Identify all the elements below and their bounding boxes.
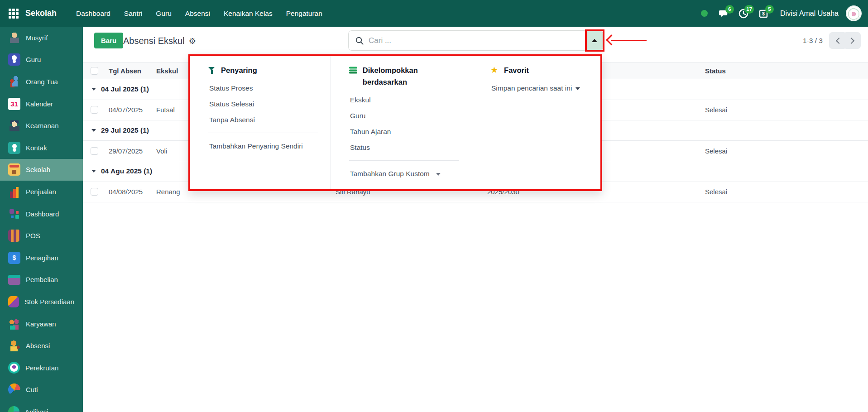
- page-title: Absensi Ekskul: [123, 36, 185, 46]
- divider: [349, 160, 459, 161]
- groupby-guru[interactable]: Guru: [349, 108, 464, 124]
- pos-icon: [8, 230, 20, 242]
- sidebar-item-aplikasi[interactable]: Aplikasi: [0, 401, 83, 412]
- filter-icon: [208, 67, 215, 74]
- nav-item-pengaturan[interactable]: Pengaturan: [279, 0, 329, 27]
- favorites-title: Favorit: [504, 64, 529, 76]
- groupby-status[interactable]: Status: [349, 139, 464, 155]
- caret-down-icon: [575, 87, 580, 90]
- nav-item-absensi[interactable]: Absensi: [178, 0, 217, 27]
- company-switcher[interactable]: Divisi Amal Usaha: [780, 10, 839, 18]
- nav-item-kenaikan-kelas[interactable]: Kenaikan Kelas: [217, 0, 279, 27]
- sidebar-item-perekrutan[interactable]: Perekrutan: [0, 357, 83, 379]
- cuti-icon: [8, 383, 20, 396]
- requests-badge: 5: [765, 5, 774, 14]
- groupby-title: Dikelompokkan berdasarkan: [363, 64, 458, 88]
- search-options-toggle[interactable]: [586, 31, 603, 50]
- select-all-checkbox[interactable]: [91, 67, 98, 75]
- nav-item-guru[interactable]: Guru: [149, 0, 178, 27]
- groupby-section: Dikelompokkan berdasarkan Ekskul Guru Ta…: [331, 56, 472, 189]
- messages-badge: 6: [725, 5, 734, 14]
- aplikasi-icon: [8, 406, 19, 412]
- filter-tanpa-absensi[interactable]: Tanpa Absensi: [208, 112, 322, 128]
- group-collapse-icon: [91, 129, 96, 132]
- caret-down-icon: [436, 173, 441, 176]
- online-status-dot: [701, 10, 708, 17]
- nav-item-santri[interactable]: Santri: [117, 0, 149, 27]
- sidebar-item-absensi[interactable]: Absensi: [0, 335, 83, 357]
- chevron-left-icon: [835, 37, 842, 43]
- row-checkbox[interactable]: [91, 106, 98, 114]
- orang-tua-icon: [8, 76, 20, 88]
- filter-status-proses[interactable]: Status Proses: [208, 80, 322, 96]
- sidebar-item-penjualan[interactable]: Penjualan: [0, 181, 83, 203]
- pager: 1-3 / 3: [803, 32, 861, 49]
- user-avatar[interactable]: [846, 5, 862, 21]
- search-options-dropdown: Penyaring Status Proses Status Selesai T…: [188, 54, 602, 191]
- musyrif-icon: [8, 32, 20, 44]
- sidebar-item-stok-persediaan[interactable]: Stok Persediaan: [0, 291, 83, 313]
- sidebar-item-pembelian[interactable]: Pembelian: [0, 269, 83, 291]
- divider: [208, 133, 318, 133]
- requests-money-icon[interactable]: $ 5: [756, 6, 771, 21]
- apps-grid-icon[interactable]: [8, 8, 19, 19]
- groupby-ekskul[interactable]: Ekskul: [349, 92, 464, 108]
- save-current-search[interactable]: Simpan pencarian saat ini: [490, 80, 592, 96]
- pembelian-icon: [8, 275, 20, 285]
- stok-icon: [8, 296, 19, 307]
- sidebar-item-penagihan[interactable]: $Penagihan: [0, 247, 83, 269]
- kalender-icon: 31: [8, 98, 20, 110]
- group-collapse-icon: [91, 88, 96, 91]
- chevron-right-icon: [848, 37, 854, 43]
- gear-icon[interactable]: ⚙: [189, 36, 196, 46]
- control-panel: Baru Absensi Ekskul ⚙ 1-3 / 3: [83, 27, 868, 55]
- nav-item-dashboard[interactable]: Dashboard: [69, 0, 117, 27]
- row-checkbox[interactable]: [91, 188, 98, 196]
- guru-icon: [8, 53, 20, 66]
- app-sidebar: Musyrif Guru Orang Tua 31Kalender Keaman…: [0, 27, 83, 412]
- groupby-tahun-ajaran[interactable]: Tahun Ajaran: [349, 124, 464, 139]
- sidebar-item-dashboard[interactable]: Dashboard: [0, 203, 83, 225]
- annotation-arrow: [607, 34, 647, 46]
- absensi-icon: [8, 340, 20, 352]
- search-bar: [348, 30, 603, 51]
- row-checkbox[interactable]: [91, 147, 98, 155]
- app-name[interactable]: Sekolah: [25, 9, 57, 18]
- filter-status-selesai[interactable]: Status Selesai: [208, 96, 322, 112]
- kontak-icon: [8, 142, 20, 154]
- activities-clock-icon[interactable]: 17: [736, 6, 751, 21]
- sidebar-item-guru[interactable]: Guru: [0, 49, 83, 71]
- sidebar-item-keamanan[interactable]: Keamanan: [0, 115, 83, 137]
- sidebar-item-karyawan[interactable]: Karyawan: [0, 313, 83, 335]
- search-input[interactable]: [364, 36, 586, 45]
- svg-text:$: $: [762, 11, 765, 16]
- column-header-status[interactable]: Status: [702, 67, 868, 75]
- penjualan-icon: [8, 186, 20, 198]
- penagihan-icon: $: [8, 252, 20, 264]
- sidebar-item-kontak[interactable]: Kontak: [0, 137, 83, 159]
- sidebar-item-kalender[interactable]: 31Kalender: [0, 93, 83, 115]
- favorites-section: ★ Favorit Simpan pencarian saat ini: [472, 56, 600, 189]
- new-record-button[interactable]: Baru: [94, 33, 123, 48]
- search-icon: [355, 36, 364, 45]
- layers-icon: [349, 67, 357, 74]
- add-custom-group[interactable]: Tambahkan Grup Kustom: [349, 166, 464, 182]
- sidebar-item-cuti[interactable]: Cuti: [0, 379, 83, 401]
- column-header-tgl-absen[interactable]: Tgl Absen: [106, 67, 153, 75]
- top-navbar: Sekolah Dashboard Santri Guru Absensi Ke…: [0, 0, 868, 27]
- messages-icon[interactable]: 6: [716, 6, 731, 21]
- pager-next-button[interactable]: [843, 32, 861, 49]
- sidebar-item-orang-tua[interactable]: Orang Tua: [0, 71, 83, 93]
- group-collapse-icon: [91, 170, 96, 172]
- sidebar-item-pos[interactable]: POS: [0, 225, 83, 247]
- sidebar-item-musyrif[interactable]: Musyrif: [0, 27, 83, 49]
- dashboard-icon: [8, 208, 20, 220]
- sekolah-icon: [8, 163, 20, 176]
- star-icon: ★: [490, 64, 498, 75]
- filters-title: Penyaring: [221, 64, 257, 76]
- pager-range: 1-3 / 3: [803, 37, 823, 45]
- sidebar-item-sekolah[interactable]: Sekolah: [0, 159, 83, 181]
- perekrutan-icon: [8, 362, 20, 374]
- add-custom-filter[interactable]: Tambahkan Penyaring Sendiri: [208, 138, 322, 154]
- keamanan-icon: [8, 120, 20, 132]
